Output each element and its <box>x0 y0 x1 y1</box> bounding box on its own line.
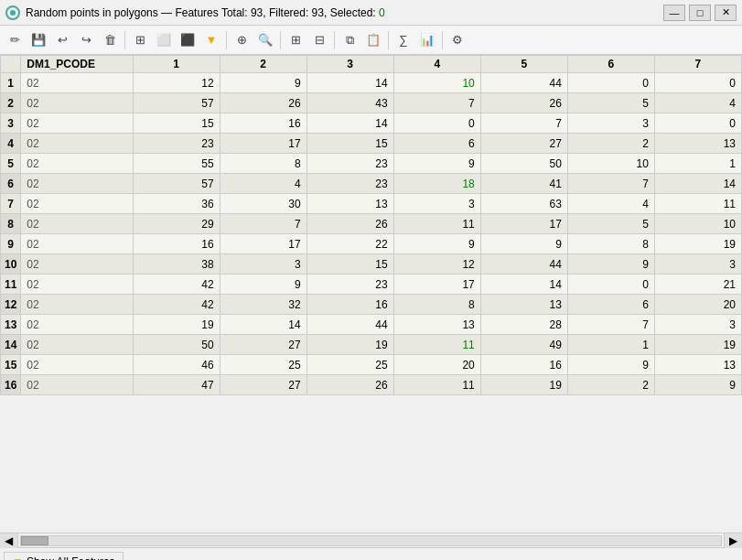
cell-col6[interactable]: 49 <box>480 335 567 355</box>
cell-col6[interactable]: 44 <box>480 254 567 275</box>
cell-col5[interactable]: 18 <box>393 174 480 194</box>
cell-col8[interactable]: 20 <box>654 295 741 315</box>
cell-col5[interactable]: 11 <box>393 335 480 355</box>
col-header-3[interactable]: 3 <box>306 56 393 73</box>
cell-col3[interactable]: 17 <box>220 134 306 154</box>
cell-col4[interactable]: 26 <box>306 214 393 234</box>
pencil-icon[interactable]: ✏ <box>4 29 26 51</box>
col-header-7[interactable]: 7 <box>654 56 741 73</box>
cell-col3[interactable]: 27 <box>220 375 306 395</box>
cell-col3[interactable]: 17 <box>220 234 306 254</box>
cell-col7[interactable]: 2 <box>567 134 654 154</box>
cell-col1[interactable]: 02 <box>21 134 133 154</box>
cell-col1[interactable]: 02 <box>21 113 133 134</box>
cell-col1[interactable]: 02 <box>21 73 133 93</box>
maximize-button[interactable]: □ <box>689 5 711 21</box>
cell-col7[interactable]: 10 <box>567 154 654 174</box>
horizontal-scrollbar[interactable]: ◀ ▶ <box>0 533 742 547</box>
cell-col6[interactable]: 50 <box>480 154 567 174</box>
cell-col4[interactable]: 23 <box>306 174 393 194</box>
cell-col4[interactable]: 16 <box>306 295 393 315</box>
row-number[interactable]: 9 <box>1 234 21 254</box>
cell-col2[interactable]: 42 <box>133 275 220 295</box>
cell-col7[interactable]: 9 <box>567 355 654 375</box>
cell-col5[interactable]: 13 <box>393 315 480 335</box>
redo-icon[interactable]: ↪ <box>75 29 97 51</box>
cell-col8[interactable]: 0 <box>654 73 741 93</box>
cell-col1[interactable]: 02 <box>21 355 133 375</box>
row-number[interactable]: 16 <box>1 375 21 395</box>
cell-col4[interactable]: 15 <box>306 254 393 275</box>
cell-col1[interactable]: 02 <box>21 315 133 335</box>
cell-col2[interactable]: 23 <box>133 134 220 154</box>
cell-col6[interactable]: 13 <box>480 295 567 315</box>
cell-col5[interactable]: 20 <box>393 355 480 375</box>
row-number[interactable]: 10 <box>1 254 21 275</box>
cell-col8[interactable]: 11 <box>654 194 741 214</box>
cell-col8[interactable]: 0 <box>654 113 741 134</box>
row-number[interactable]: 11 <box>1 275 21 295</box>
cell-col8[interactable]: 3 <box>654 315 741 335</box>
cell-col1[interactable]: 02 <box>21 295 133 315</box>
cell-col3[interactable]: 26 <box>220 93 306 113</box>
cell-col5[interactable]: 11 <box>393 375 480 395</box>
cell-col2[interactable]: 19 <box>133 315 220 335</box>
cell-col3[interactable]: 16 <box>220 113 306 134</box>
cell-col8[interactable]: 10 <box>654 214 741 234</box>
cell-col1[interactable]: 02 <box>21 93 133 113</box>
cell-col1[interactable]: 02 <box>21 194 133 214</box>
cell-col3[interactable]: 7 <box>220 214 306 234</box>
col-header-6[interactable]: 6 <box>567 56 654 73</box>
cell-col5[interactable]: 0 <box>393 113 480 134</box>
cell-col3[interactable]: 8 <box>220 154 306 174</box>
cell-col4[interactable]: 14 <box>306 73 393 93</box>
cell-col7[interactable]: 7 <box>567 174 654 194</box>
delete-selected-icon[interactable]: 🗑 <box>99 29 121 51</box>
cell-col8[interactable]: 21 <box>654 275 741 295</box>
cell-col4[interactable]: 15 <box>306 134 393 154</box>
cell-col8[interactable]: 13 <box>654 355 741 375</box>
cell-col1[interactable]: 02 <box>21 275 133 295</box>
cell-col2[interactable]: 38 <box>133 254 220 275</box>
row-number[interactable]: 12 <box>1 295 21 315</box>
cell-col2[interactable]: 50 <box>133 335 220 355</box>
cell-col8[interactable]: 9 <box>654 375 741 395</box>
cell-col7[interactable]: 9 <box>567 254 654 275</box>
cell-col4[interactable]: 43 <box>306 93 393 113</box>
cell-col2[interactable]: 12 <box>133 73 220 93</box>
stats-icon[interactable]: 📊 <box>416 29 438 51</box>
col-header-1[interactable]: 1 <box>133 56 220 73</box>
cell-col6[interactable]: 16 <box>480 355 567 375</box>
cell-col6[interactable]: 9 <box>480 234 567 254</box>
cell-col4[interactable]: 19 <box>306 335 393 355</box>
row-number[interactable]: 5 <box>1 154 21 174</box>
cell-col3[interactable]: 25 <box>220 355 306 375</box>
cell-col4[interactable]: 13 <box>306 194 393 214</box>
cell-col1[interactable]: 02 <box>21 254 133 275</box>
cell-col2[interactable]: 46 <box>133 355 220 375</box>
row-number[interactable]: 3 <box>1 113 21 134</box>
cell-col7[interactable]: 4 <box>567 194 654 214</box>
cell-col7[interactable]: 5 <box>567 93 654 113</box>
row-number[interactable]: 7 <box>1 194 21 214</box>
row-number[interactable]: 2 <box>1 93 21 113</box>
cell-col2[interactable]: 15 <box>133 113 220 134</box>
minimize-button[interactable]: — <box>663 5 685 21</box>
row-number[interactable]: 14 <box>1 335 21 355</box>
col-header-4[interactable]: 4 <box>393 56 480 73</box>
col-header-dm1[interactable]: DM1_PCODE <box>21 56 133 73</box>
cell-col2[interactable]: 29 <box>133 214 220 234</box>
cell-col7[interactable]: 6 <box>567 295 654 315</box>
paste-icon[interactable]: 📋 <box>362 29 384 51</box>
cell-col3[interactable]: 9 <box>220 73 306 93</box>
cell-col6[interactable]: 27 <box>480 134 567 154</box>
cell-col2[interactable]: 16 <box>133 234 220 254</box>
cell-col1[interactable]: 02 <box>21 234 133 254</box>
cell-col7[interactable]: 3 <box>567 113 654 134</box>
row-number[interactable]: 4 <box>1 134 21 154</box>
cell-col3[interactable]: 32 <box>220 295 306 315</box>
cell-col3[interactable]: 3 <box>220 254 306 275</box>
gear-icon[interactable]: ⚙ <box>446 29 468 51</box>
move-icon[interactable]: ⊕ <box>231 29 253 51</box>
cell-col7[interactable]: 8 <box>567 234 654 254</box>
